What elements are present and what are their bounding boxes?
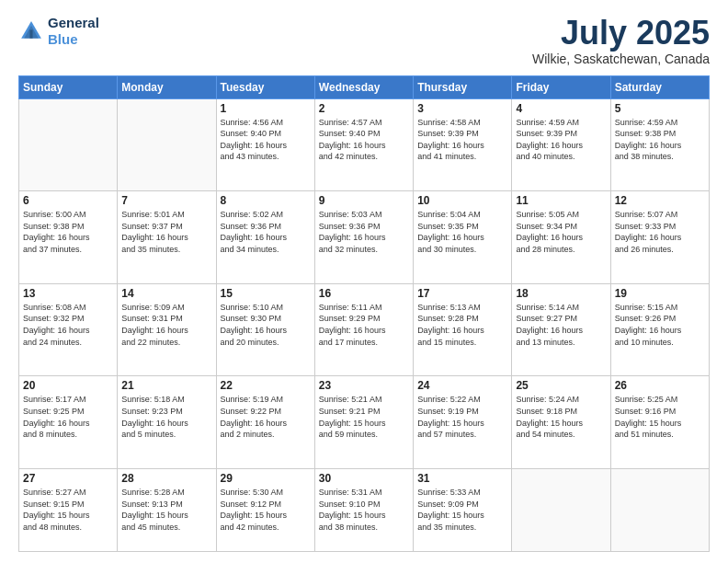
day-number: 23 xyxy=(319,379,409,392)
calendar-cell: 21Sunrise: 5:18 AM Sunset: 9:23 PM Dayli… xyxy=(118,376,216,469)
day-info: Sunrise: 4:57 AM Sunset: 9:40 PM Dayligh… xyxy=(319,117,409,163)
day-number: 16 xyxy=(319,287,409,300)
day-number: 26 xyxy=(615,379,705,392)
calendar-cell: 20Sunrise: 5:17 AM Sunset: 9:25 PM Dayli… xyxy=(19,376,118,469)
calendar-cell: 27Sunrise: 5:27 AM Sunset: 9:15 PM Dayli… xyxy=(19,468,118,551)
calendar-cell xyxy=(118,98,216,191)
day-info: Sunrise: 4:59 AM Sunset: 9:38 PM Dayligh… xyxy=(615,117,705,163)
calendar-cell xyxy=(19,98,118,191)
day-info: Sunrise: 5:28 AM Sunset: 9:13 PM Dayligh… xyxy=(121,487,211,533)
calendar-week-row-3: 13Sunrise: 5:08 AM Sunset: 9:32 PM Dayli… xyxy=(19,283,710,376)
calendar-cell: 10Sunrise: 5:04 AM Sunset: 9:35 PM Dayli… xyxy=(414,191,512,284)
day-number: 4 xyxy=(516,102,606,115)
day-info: Sunrise: 5:15 AM Sunset: 9:26 PM Dayligh… xyxy=(615,302,705,348)
calendar-cell: 4Sunrise: 4:59 AM Sunset: 9:39 PM Daylig… xyxy=(512,98,610,191)
calendar-cell xyxy=(512,468,610,551)
day-number: 17 xyxy=(417,287,507,300)
day-number: 12 xyxy=(615,194,705,207)
day-number: 6 xyxy=(23,194,113,207)
header: General Blue July 2025 Wilkie, Saskatche… xyxy=(18,15,710,66)
calendar-cell: 19Sunrise: 5:15 AM Sunset: 9:26 PM Dayli… xyxy=(610,283,709,376)
day-info: Sunrise: 5:03 AM Sunset: 9:36 PM Dayligh… xyxy=(319,209,409,255)
logo-line1: General xyxy=(48,15,99,31)
day-number: 9 xyxy=(319,194,409,207)
day-info: Sunrise: 5:30 AM Sunset: 9:12 PM Dayligh… xyxy=(221,487,311,533)
calendar-header-thursday: Thursday xyxy=(414,75,512,98)
calendar-cell: 25Sunrise: 5:24 AM Sunset: 9:18 PM Dayli… xyxy=(512,376,610,469)
day-info: Sunrise: 5:25 AM Sunset: 9:16 PM Dayligh… xyxy=(615,394,705,440)
day-info: Sunrise: 5:21 AM Sunset: 9:21 PM Dayligh… xyxy=(319,394,409,440)
day-info: Sunrise: 5:17 AM Sunset: 9:25 PM Dayligh… xyxy=(23,394,113,440)
svg-rect-2 xyxy=(29,29,32,38)
calendar-week-row-4: 20Sunrise: 5:17 AM Sunset: 9:25 PM Dayli… xyxy=(19,376,710,469)
calendar-header-sunday: Sunday xyxy=(19,75,118,98)
calendar: SundayMondayTuesdayWednesdayThursdayFrid… xyxy=(18,75,710,552)
day-info: Sunrise: 5:07 AM Sunset: 9:33 PM Dayligh… xyxy=(615,209,705,255)
day-number: 31 xyxy=(417,472,507,485)
calendar-header-wednesday: Wednesday xyxy=(314,75,413,98)
calendar-cell: 24Sunrise: 5:22 AM Sunset: 9:19 PM Dayli… xyxy=(414,376,512,469)
day-info: Sunrise: 4:59 AM Sunset: 9:39 PM Dayligh… xyxy=(516,117,606,163)
day-info: Sunrise: 5:33 AM Sunset: 9:09 PM Dayligh… xyxy=(417,487,507,533)
day-number: 29 xyxy=(221,472,311,485)
calendar-header-monday: Monday xyxy=(118,75,216,98)
calendar-cell: 6Sunrise: 5:00 AM Sunset: 9:38 PM Daylig… xyxy=(19,191,118,284)
calendar-cell: 31Sunrise: 5:33 AM Sunset: 9:09 PM Dayli… xyxy=(414,468,512,551)
day-info: Sunrise: 5:19 AM Sunset: 9:22 PM Dayligh… xyxy=(221,394,311,440)
day-info: Sunrise: 5:24 AM Sunset: 9:18 PM Dayligh… xyxy=(516,394,606,440)
day-info: Sunrise: 5:05 AM Sunset: 9:34 PM Dayligh… xyxy=(516,209,606,255)
day-number: 28 xyxy=(121,472,211,485)
day-info: Sunrise: 5:13 AM Sunset: 9:28 PM Dayligh… xyxy=(417,302,507,348)
day-number: 2 xyxy=(319,102,409,115)
day-info: Sunrise: 5:18 AM Sunset: 9:23 PM Dayligh… xyxy=(121,394,211,440)
calendar-cell: 13Sunrise: 5:08 AM Sunset: 9:32 PM Dayli… xyxy=(19,283,118,376)
day-info: Sunrise: 5:02 AM Sunset: 9:36 PM Dayligh… xyxy=(221,209,311,255)
day-info: Sunrise: 5:10 AM Sunset: 9:30 PM Dayligh… xyxy=(221,302,311,348)
day-info: Sunrise: 5:11 AM Sunset: 9:29 PM Dayligh… xyxy=(319,302,409,348)
calendar-cell: 23Sunrise: 5:21 AM Sunset: 9:21 PM Dayli… xyxy=(314,376,413,469)
calendar-cell: 5Sunrise: 4:59 AM Sunset: 9:38 PM Daylig… xyxy=(610,98,709,191)
calendar-week-row-1: 1Sunrise: 4:56 AM Sunset: 9:40 PM Daylig… xyxy=(19,98,710,191)
day-info: Sunrise: 5:09 AM Sunset: 9:31 PM Dayligh… xyxy=(121,302,211,348)
calendar-cell: 28Sunrise: 5:28 AM Sunset: 9:13 PM Dayli… xyxy=(118,468,216,551)
calendar-week-row-2: 6Sunrise: 5:00 AM Sunset: 9:38 PM Daylig… xyxy=(19,191,710,284)
calendar-cell: 29Sunrise: 5:30 AM Sunset: 9:12 PM Dayli… xyxy=(216,468,314,551)
day-number: 27 xyxy=(23,472,113,485)
calendar-cell: 14Sunrise: 5:09 AM Sunset: 9:31 PM Dayli… xyxy=(118,283,216,376)
logo-text: General Blue xyxy=(48,15,99,48)
day-number: 14 xyxy=(121,287,211,300)
day-number: 10 xyxy=(417,194,507,207)
calendar-cell: 15Sunrise: 5:10 AM Sunset: 9:30 PM Dayli… xyxy=(216,283,314,376)
calendar-header-tuesday: Tuesday xyxy=(216,75,314,98)
day-number: 8 xyxy=(221,194,311,207)
day-number: 11 xyxy=(516,194,606,207)
calendar-cell: 26Sunrise: 5:25 AM Sunset: 9:16 PM Dayli… xyxy=(610,376,709,469)
day-info: Sunrise: 4:56 AM Sunset: 9:40 PM Dayligh… xyxy=(221,117,311,163)
day-info: Sunrise: 5:04 AM Sunset: 9:35 PM Dayligh… xyxy=(417,209,507,255)
calendar-header-saturday: Saturday xyxy=(610,75,709,98)
day-number: 15 xyxy=(221,287,311,300)
title-section: July 2025 Wilkie, Saskatchewan, Canada xyxy=(532,15,710,66)
day-number: 7 xyxy=(121,194,211,207)
day-number: 18 xyxy=(516,287,606,300)
calendar-cell: 3Sunrise: 4:58 AM Sunset: 9:39 PM Daylig… xyxy=(414,98,512,191)
day-number: 5 xyxy=(615,102,705,115)
day-info: Sunrise: 5:22 AM Sunset: 9:19 PM Dayligh… xyxy=(417,394,507,440)
calendar-cell: 12Sunrise: 5:07 AM Sunset: 9:33 PM Dayli… xyxy=(610,191,709,284)
day-info: Sunrise: 5:08 AM Sunset: 9:32 PM Dayligh… xyxy=(23,302,113,348)
day-number: 19 xyxy=(615,287,705,300)
calendar-cell: 1Sunrise: 4:56 AM Sunset: 9:40 PM Daylig… xyxy=(216,98,314,191)
day-info: Sunrise: 5:31 AM Sunset: 9:10 PM Dayligh… xyxy=(319,487,409,533)
calendar-cell: 16Sunrise: 5:11 AM Sunset: 9:29 PM Dayli… xyxy=(314,283,413,376)
logo: General Blue xyxy=(18,15,99,48)
day-number: 13 xyxy=(23,287,113,300)
day-number: 1 xyxy=(221,102,311,115)
day-number: 25 xyxy=(516,379,606,392)
calendar-cell: 11Sunrise: 5:05 AM Sunset: 9:34 PM Dayli… xyxy=(512,191,610,284)
logo-icon xyxy=(18,18,44,44)
main-title: July 2025 xyxy=(532,15,710,52)
day-info: Sunrise: 5:00 AM Sunset: 9:38 PM Dayligh… xyxy=(23,209,113,255)
calendar-cell: 18Sunrise: 5:14 AM Sunset: 9:27 PM Dayli… xyxy=(512,283,610,376)
day-number: 20 xyxy=(23,379,113,392)
day-number: 30 xyxy=(319,472,409,485)
